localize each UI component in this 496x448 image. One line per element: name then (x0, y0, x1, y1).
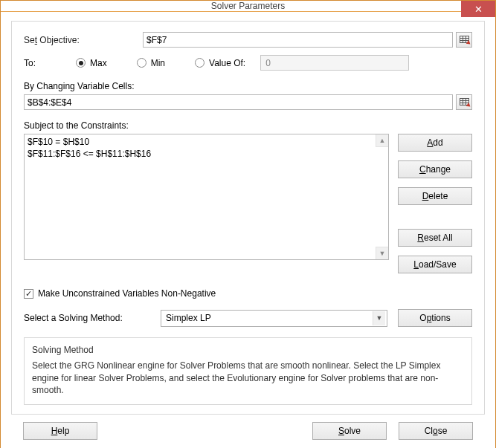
changing-cells-label: By Changing Variable Cells: (24, 81, 472, 91)
nonneg-label: Make Unconstrained Variables Non-Negativ… (38, 288, 216, 299)
solving-method-description: Solving Method Select the GRG Nonlinear … (24, 337, 472, 405)
objective-range-picker[interactable] (456, 32, 472, 48)
change-button[interactable]: Change (398, 160, 472, 178)
solving-method-value: Simplex LP (166, 313, 211, 323)
radio-valueof[interactable]: Value Of: (195, 58, 245, 68)
window-title: Solver Parameters (1, 1, 495, 11)
constraint-item[interactable]: $F$11:$F$16 <= $H$11:$H$16 (28, 148, 385, 160)
set-objective-label: Set Objective: (24, 35, 143, 45)
dialog-footer: Help Solve Close (11, 415, 485, 440)
range-select-icon (460, 98, 469, 106)
description-heading: Solving Method (32, 344, 464, 357)
radio-max-label: Max (90, 58, 107, 68)
load-save-button[interactable]: Load/Save (398, 256, 472, 273)
constraint-item[interactable]: $F$10 = $H$10 (28, 136, 385, 148)
valueof-input[interactable] (260, 55, 409, 71)
to-label: To: (24, 58, 76, 68)
chevron-down-icon: ▼ (373, 311, 385, 325)
add-button[interactable]: Add (398, 134, 472, 152)
footer-right: Solve Close (312, 422, 473, 440)
help-button[interactable]: Help (23, 422, 97, 440)
chevron-down-icon: ▼ (379, 250, 386, 257)
solving-method-select[interactable]: Simplex LP ▼ (161, 310, 387, 327)
radio-max[interactable]: Max (76, 58, 107, 68)
close-button[interactable]: Close (399, 422, 473, 440)
radio-valueof-label: Value Of: (209, 58, 245, 68)
constraints-listbox[interactable]: $F$10 = $H$10 $F$11:$F$16 <= $H$11:$H$16… (24, 134, 389, 260)
solving-method-label: Select a Solving Method: (24, 313, 150, 323)
radio-min-label: Min (151, 58, 165, 68)
dialog-body: Set Objective: To: Max Min (1, 12, 495, 448)
changing-cells-range-picker[interactable] (456, 94, 472, 110)
radio-icon (137, 58, 146, 68)
nonneg-checkbox[interactable] (24, 289, 33, 299)
to-row: To: Max Min Value Of: (24, 55, 472, 71)
close-icon: ✕ (474, 4, 483, 15)
constraints-area: $F$10 = $H$10 $F$11:$F$16 <= $H$11:$H$16… (24, 134, 472, 282)
objective-row: Set Objective: (24, 32, 472, 48)
solving-method-row: Select a Solving Method: Simplex LP ▼ Op… (24, 309, 472, 327)
main-panel: Set Objective: To: Max Min (11, 21, 485, 415)
range-select-icon (460, 36, 469, 44)
radio-icon (195, 58, 204, 68)
constraint-buttons: Add Change Delete Reset All Load/Save (398, 134, 472, 282)
radio-icon (76, 58, 86, 68)
solve-button[interactable]: Solve (312, 422, 387, 440)
constraints-label: Subject to the Constraints: (24, 120, 472, 131)
close-window-button[interactable]: ✕ (461, 1, 495, 17)
solver-parameters-dialog: Solver Parameters ✕ Set Objective: To: (0, 0, 496, 448)
changing-cells-input[interactable] (24, 94, 453, 110)
radio-min[interactable]: Min (137, 58, 165, 68)
titlebar: Solver Parameters ✕ (1, 1, 495, 12)
description-body: Select the GRG Nonlinear engine for Solv… (32, 360, 464, 397)
nonneg-row: Make Unconstrained Variables Non-Negativ… (24, 288, 472, 299)
scroll-down-button[interactable]: ▼ (376, 247, 388, 259)
objective-input[interactable] (143, 32, 453, 48)
changing-cells-row (24, 94, 472, 110)
reset-all-button[interactable]: Reset All (398, 229, 472, 247)
chevron-up-icon: ▲ (379, 137, 386, 144)
options-button[interactable]: Options (398, 309, 472, 327)
scroll-up-button[interactable]: ▲ (376, 134, 388, 147)
delete-button[interactable]: Delete (398, 187, 472, 205)
